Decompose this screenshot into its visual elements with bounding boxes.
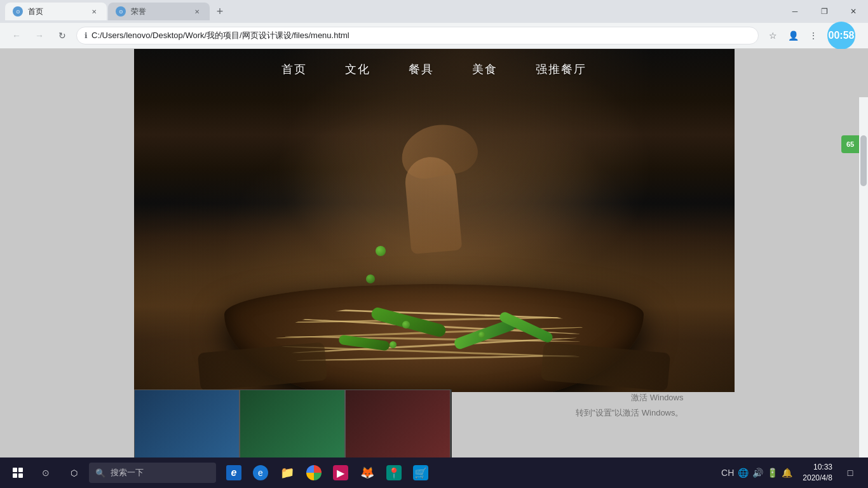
start-button[interactable] [5, 460, 31, 485]
explorer-app[interactable]: 📁 [275, 460, 300, 485]
windows-icon [13, 468, 23, 478]
pea-1 [376, 246, 386, 256]
clock-date: 2020/4/8 [803, 473, 832, 484]
nav-homepage[interactable]: 首页 [281, 62, 307, 77]
forward-button[interactable]: → [31, 27, 48, 44]
taskbar: ⊙ ⬡ 🔍 搜索一下 e e 📁 ▶ 🦊 [0, 458, 868, 488]
nav-culture[interactable]: 文化 [345, 62, 370, 77]
noodle-8 [294, 355, 577, 362]
activate-line2: 转到"设置"以激活 Windows。 [576, 405, 684, 420]
battery-icon[interactable]: 🔋 [767, 468, 778, 478]
bowl-container [212, 265, 656, 392]
side-badge[interactable]: 65 [841, 135, 859, 153]
chrome-app[interactable] [301, 460, 327, 485]
notification-icon[interactable]: 🔔 [782, 468, 792, 478]
taskbar-time-display[interactable]: 10:33 2020/4/8 [803, 462, 832, 484]
bookmark-button[interactable]: ☆ [764, 27, 782, 44]
address-bar: ← → ↻ ℹ C:/Users/lenovo/Desktop/Work/我的项… [0, 23, 868, 48]
preview-3 [345, 390, 451, 458]
tab-bar: ⊙ 首页 ✕ ⊙ 荣誉 ✕ + ─ ❐ ✕ [0, 0, 868, 23]
nav-bar: 首页 文化 餐具 美食 强推餐厅 [134, 49, 735, 90]
new-tab-button[interactable]: + [211, 3, 229, 20]
ie-icon: e [226, 465, 241, 480]
input-method-icon[interactable]: CH [721, 468, 734, 478]
activate-windows: 激活 Windows 转到"设置"以激活 Windows。 [576, 390, 684, 420]
task-view-button[interactable]: ⬡ [61, 460, 86, 485]
secure-icon: ℹ [85, 31, 88, 40]
timer-badge: 00:58 [827, 22, 855, 50]
store-app[interactable]: 🛒 [408, 460, 433, 485]
taskbar-apps: e e 📁 ▶ 🦊 📍 🛒 [221, 460, 433, 485]
bowl-pea-3 [390, 341, 397, 348]
action-center-button[interactable]: □ [837, 460, 863, 485]
activate-line1: 激活 Windows [576, 390, 684, 405]
explorer-icon: 📁 [280, 465, 295, 480]
store-icon: 🛒 [413, 465, 428, 480]
refresh-button[interactable]: ↻ [53, 27, 71, 44]
browser-actions: ☆ 👤 ⋮ [764, 27, 822, 44]
preview-1 [134, 390, 240, 458]
hero-section: 首页 文化 餐具 美食 强推餐厅 [134, 49, 735, 392]
taskbar-search[interactable]: 🔍 搜索一下 [89, 463, 216, 483]
firefox-icon: 🦊 [360, 465, 375, 480]
tab-title-1: 首页 [28, 6, 84, 17]
maps-app[interactable]: 📍 [381, 460, 407, 485]
browser-window: ⊙ 首页 ✕ ⊙ 荣誉 ✕ + ─ ❐ ✕ ← → ↻ ℹ C:/Users/l… [0, 0, 868, 49]
search-text: 搜索一下 [111, 467, 144, 478]
page-content: 首页 文化 餐具 美食 强推餐厅 激活 Windows 转到"设置"以激活 Wi… [0, 49, 868, 488]
chrome-icon [306, 465, 322, 480]
scrollbar-area[interactable] [859, 97, 868, 488]
bowl-pea-1 [402, 321, 410, 329]
ie-app[interactable]: e [221, 460, 247, 485]
ie-news-app[interactable]: e [248, 460, 273, 485]
window-controls: ─ ❐ ✕ [780, 0, 868, 23]
maps-icon: 📍 [386, 465, 402, 480]
network-icon[interactable]: 🌐 [738, 468, 749, 478]
clock-time: 10:33 [803, 462, 832, 473]
nav-tableware[interactable]: 餐具 [409, 62, 434, 77]
media-app[interactable]: ▶ [328, 460, 353, 485]
url-bar[interactable]: ℹ C:/Users/lenovo/Desktop/Work/我的项目/网页设计… [76, 27, 759, 44]
cortana-button[interactable]: ⊙ [33, 460, 58, 485]
tab-favicon-1: ⊙ [13, 6, 23, 17]
url-text: C:/Users/lenovo/Desktop/Work/我的项目/网页设计课设… [92, 30, 750, 41]
preview-strip [134, 390, 452, 458]
profile-button[interactable]: 👤 [784, 27, 802, 44]
nav-restaurant[interactable]: 强推餐厅 [536, 62, 587, 77]
firefox-app[interactable]: 🦊 [355, 460, 380, 485]
hand-area [388, 112, 503, 252]
tab-honor[interactable]: ⊙ 荣誉 ✕ [108, 3, 210, 20]
media-icon: ▶ [333, 465, 348, 480]
tab-homepage[interactable]: ⊙ 首页 ✕ [5, 3, 107, 20]
volume-icon[interactable]: 🔊 [752, 468, 763, 478]
tab-title-2: 荣誉 [131, 6, 187, 17]
tab-favicon-2: ⊙ [116, 6, 126, 17]
search-icon: 🔍 [95, 468, 105, 478]
website-container: 首页 文化 餐具 美食 强推餐厅 激活 Windows 转到"设置"以激活 Wi… [134, 49, 735, 488]
bowl-pea-2 [478, 332, 485, 338]
hero-image [134, 49, 735, 392]
menu-button[interactable]: ⋮ [804, 27, 822, 44]
hand-fingers [397, 119, 481, 182]
nav-food[interactable]: 美食 [472, 62, 498, 77]
systray: CH 🌐 🔊 🔋 🔔 [716, 468, 797, 478]
ie-news-icon: e [253, 465, 268, 480]
preview-2 [240, 390, 345, 458]
maximize-button[interactable]: ❐ [810, 0, 839, 23]
back-button[interactable]: ← [8, 27, 25, 44]
taskbar-right: CH 🌐 🔊 🔋 🔔 10:33 2020/4/8 □ [716, 460, 863, 485]
tab-close-2[interactable]: ✕ [192, 6, 202, 17]
close-button[interactable]: ✕ [839, 0, 868, 23]
minimize-button[interactable]: ─ [780, 0, 810, 23]
tab-close-1[interactable]: ✕ [89, 6, 99, 17]
scrollbar-thumb[interactable] [860, 135, 867, 186]
